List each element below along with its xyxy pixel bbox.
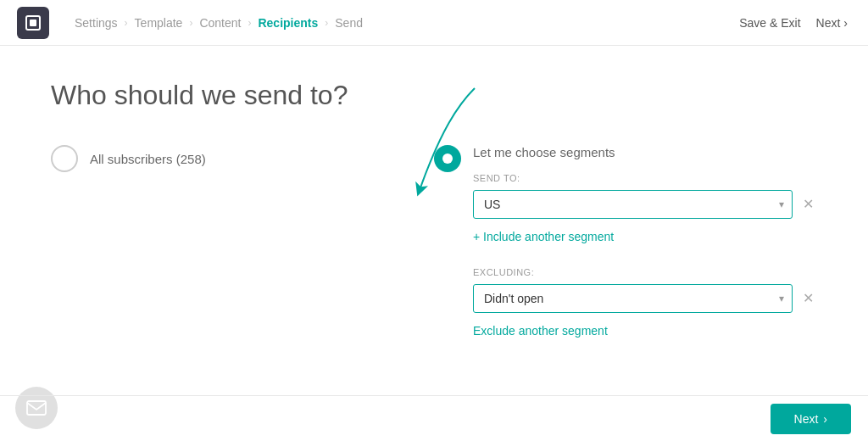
all-subscribers-label: All subscribers (258) — [90, 152, 206, 166]
option-all-subscribers[interactable]: All subscribers (258) — [51, 145, 434, 172]
breadcrumb-send[interactable]: Send — [335, 16, 363, 30]
exclude-another-segment-link[interactable]: Exclude another segment — [473, 324, 608, 338]
excluding-label: EXCLUDING: — [473, 267, 817, 277]
option-choose-segments: Let me choose segments SEND TO: US ▾ ✕ +… — [434, 145, 817, 361]
radio-all-subscribers[interactable] — [51, 145, 78, 172]
breadcrumb-sep-1: › — [125, 17, 128, 29]
send-to-label: SEND TO: — [473, 173, 817, 183]
logo[interactable] — [17, 7, 49, 39]
breadcrumb: Settings › Template › Content › Recipien… — [75, 16, 731, 30]
send-to-select-wrapper: US ▾ — [473, 190, 793, 219]
radio-choose-segments[interactable] — [434, 145, 461, 172]
page-title: Who should we send to? — [51, 80, 817, 111]
header-actions: Save & Exit Next › — [731, 11, 851, 35]
send-to-select[interactable]: US — [473, 190, 793, 219]
next-button[interactable]: Next › — [813, 11, 851, 35]
logo-icon — [25, 15, 41, 31]
segments-panel: Let me choose segments SEND TO: US ▾ ✕ +… — [473, 145, 817, 361]
bottom-bar: Next › — [0, 395, 868, 441]
excluding-select[interactable]: Didn't open — [473, 284, 793, 313]
breadcrumb-template[interactable]: Template — [135, 16, 183, 30]
breadcrumb-recipients[interactable]: Recipients — [258, 16, 318, 30]
excluding-row: Didn't open ▾ ✕ — [473, 284, 817, 313]
next-bottom-label: Next — [794, 412, 819, 426]
segments-option-label: Let me choose segments — [473, 145, 817, 159]
excluding-select-wrapper: Didn't open ▾ — [473, 284, 793, 313]
breadcrumb-sep-4: › — [325, 17, 328, 29]
breadcrumb-sep-2: › — [189, 17, 192, 29]
header: Settings › Template › Content › Recipien… — [0, 0, 868, 46]
next-chevron-icon: › — [843, 16, 848, 30]
next-bottom-button[interactable]: Next › — [771, 404, 851, 434]
send-to-row: US ▾ ✕ — [473, 190, 817, 219]
breadcrumb-content[interactable]: Content — [199, 16, 241, 30]
breadcrumb-sep-3: › — [248, 17, 251, 29]
breadcrumb-settings[interactable]: Settings — [75, 16, 118, 30]
main-content: Who should we send to? All subscribers (… — [0, 46, 868, 395]
recipients-row: All subscribers (258) Let me choose segm… — [51, 145, 817, 361]
include-another-segment-link[interactable]: + Include another segment — [473, 230, 614, 243]
next-bottom-chevron-icon: › — [823, 412, 827, 426]
radio-active-dot — [442, 154, 453, 164]
remove-send-to-button[interactable]: ✕ — [799, 194, 817, 215]
remove-excluding-button[interactable]: ✕ — [799, 288, 817, 309]
save-exit-button[interactable]: Save & Exit — [731, 11, 809, 35]
